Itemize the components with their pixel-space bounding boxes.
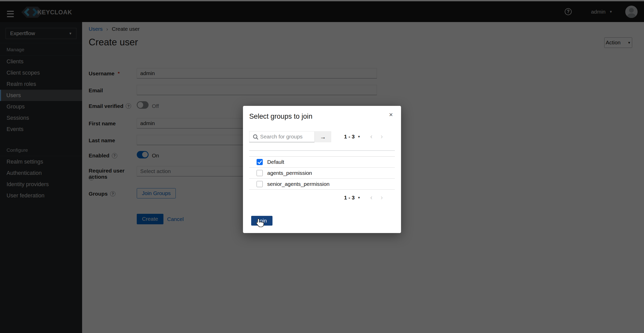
group-name: Default [267,159,284,165]
arrow-right-icon: → [320,133,326,140]
modal-title: Select groups to join [249,112,312,120]
group-row[interactable]: senior_agents_permission [249,179,395,190]
group-name: agents_permission [267,170,312,176]
pagination-next-icon[interactable]: › [381,194,383,201]
close-icon[interactable]: × [389,112,393,118]
group-row[interactable]: agents_permission [249,168,395,179]
pagination-range: 1 - 3 [344,195,355,201]
pagination-prev-icon[interactable]: ‹ [370,194,373,201]
group-name: senior_agents_permission [267,181,330,187]
search-icon [253,134,258,140]
pagination-top: 1 - 3 ▼ ‹ › [344,133,383,140]
groups-table-header [249,151,395,156]
group-checkbox[interactable] [257,170,263,176]
pagination-bottom: 1 - 3 ▼ ‹ › [344,194,383,201]
groups-table: Default agents_permission senior_agents_… [249,150,395,190]
pagination-next-icon[interactable]: › [381,133,383,140]
group-search-input[interactable] [260,132,314,142]
group-search [249,131,314,142]
search-submit-button[interactable]: → [315,131,331,142]
pagination-prev-icon[interactable]: ‹ [370,133,373,140]
group-row[interactable]: Default [249,157,395,168]
keycloak-admin-console: KEYCLOAK ? admin ▼ Expertflow ▼ Manage C… [0,0,644,333]
group-checkbox[interactable] [257,159,263,165]
chevron-down-icon[interactable]: ▼ [358,135,360,138]
select-groups-modal: Select groups to join × → 1 - 3 ▼ ‹ › De… [243,106,401,233]
group-checkbox[interactable] [257,181,263,187]
join-button[interactable]: Join [251,216,272,226]
chevron-down-icon[interactable]: ▼ [358,196,360,199]
pagination-range: 1 - 3 [344,134,355,140]
